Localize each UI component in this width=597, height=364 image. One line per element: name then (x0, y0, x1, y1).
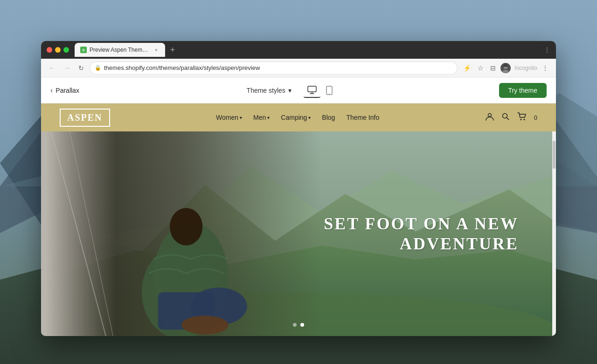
hero-section: SET FOOT ON A NEW ADVENTURE (41, 131, 556, 336)
nav-camping-chevron: ▾ (308, 115, 311, 120)
close-window-button[interactable] (47, 47, 52, 53)
hero-title: SET FOOT ON A NEW ADVENTURE (324, 213, 519, 254)
forward-button[interactable]: → (62, 62, 73, 74)
tab-favicon: S (80, 47, 87, 53)
nav-men-chevron: ▾ (267, 115, 270, 120)
scroll-bar[interactable] (552, 131, 556, 336)
chrome-window-controls: ⋮ (544, 46, 550, 54)
svg-rect-11 (504, 64, 507, 66)
chrome-menu-icon[interactable]: ⋮ (540, 62, 550, 74)
editor-center-controls: Theme styles ▾ (79, 83, 499, 98)
incognito-label: Incognito (514, 65, 537, 71)
tab-bar: S Preview Aspen Theme - Parall... × + (75, 43, 544, 57)
chrome-more-icon[interactable]: ⋮ (544, 46, 550, 54)
store-logo: ASPEN (60, 109, 110, 127)
svg-point-17 (520, 119, 521, 120)
back-arrow-icon: ‹ (50, 86, 53, 95)
chrome-titlebar: S Preview Aspen Theme - Parall... × + ⋮ (41, 41, 556, 59)
nav-women[interactable]: Women ▾ (216, 114, 242, 121)
cart-icon[interactable] (517, 112, 527, 123)
tab-close-button[interactable]: × (153, 47, 160, 53)
svg-rect-12 (308, 86, 316, 92)
hero-title-line1: SET FOOT ON A NEW (324, 213, 519, 234)
nav-men[interactable]: Men ▾ (253, 114, 270, 121)
nav-icons: ⚡ ☆ ⊟ Incognito ⋮ (461, 62, 550, 74)
search-icon[interactable] (501, 112, 510, 123)
nav-theme-info-label: Theme Info (346, 114, 379, 121)
tab-title: Preview Aspen Theme - Parall... (90, 47, 150, 53)
svg-point-18 (523, 119, 525, 120)
device-toggle-group (304, 83, 336, 98)
theme-styles-button[interactable]: Theme styles ▾ (242, 84, 296, 97)
theme-editor-bar: ‹ Parallax Theme styles ▾ (41, 77, 556, 103)
carousel-dots (293, 323, 304, 327)
splitscreen-icon[interactable]: ⊟ (488, 62, 498, 74)
nav-camping[interactable]: Camping ▾ (281, 114, 311, 121)
store-preview: ASPEN Women ▾ Men ▾ Camping ▾ Blog (41, 103, 556, 336)
scroll-thumb[interactable] (553, 141, 555, 169)
desktop-view-button[interactable] (304, 83, 320, 98)
nav-camping-label: Camping (281, 114, 307, 121)
mobile-view-button[interactable] (322, 83, 336, 98)
store-navigation: Women ▾ Men ▾ Camping ▾ Blog Theme Info (216, 114, 379, 121)
minimize-window-button[interactable] (55, 47, 61, 53)
nav-women-label: Women (216, 114, 238, 121)
store-action-icons: 0 (486, 112, 537, 123)
new-tab-button[interactable]: + (167, 44, 178, 55)
svg-point-35 (181, 316, 228, 334)
carousel-dot-2[interactable] (300, 323, 304, 327)
nav-blog-label: Blog (322, 114, 335, 121)
back-to-themes-button[interactable]: ‹ Parallax (50, 86, 79, 95)
url-text: themes.shopify.com/themes/parallax/style… (104, 64, 452, 71)
profile-avatar[interactable] (500, 63, 511, 73)
bookmark-icon[interactable]: ☆ (476, 62, 486, 74)
active-tab[interactable]: S Preview Aspen Theme - Parall... × (75, 43, 165, 57)
lock-icon: 🔒 (95, 65, 101, 71)
svg-point-14 (329, 93, 330, 94)
nav-women-chevron: ▾ (240, 115, 242, 120)
svg-rect-29 (41, 131, 45, 336)
hero-text: SET FOOT ON A NEW ADVENTURE (324, 213, 519, 254)
theme-styles-label: Theme styles (247, 87, 285, 94)
nav-blog[interactable]: Blog (322, 114, 335, 121)
nav-men-label: Men (253, 114, 266, 121)
address-bar[interactable]: 🔒 themes.shopify.com/themes/parallax/sty… (90, 62, 458, 75)
maximize-window-button[interactable] (63, 47, 69, 53)
refresh-button[interactable]: ↻ (76, 62, 86, 74)
browser-window: S Preview Aspen Theme - Parall... × + ⋮ … (41, 41, 556, 336)
theme-styles-chevron: ▾ (288, 87, 292, 94)
traffic-lights (47, 47, 69, 53)
user-account-icon[interactable] (486, 112, 494, 123)
cart-count: 0 (534, 114, 537, 121)
try-theme-button[interactable]: Try theme (499, 83, 547, 98)
hero-title-line2: ADVENTURE (324, 234, 519, 254)
extensions-icon[interactable]: ⚡ (461, 62, 473, 74)
theme-name-label: Parallax (56, 87, 79, 94)
store-header: ASPEN Women ▾ Men ▾ Camping ▾ Blog (41, 103, 556, 131)
carousel-dot-1[interactable] (293, 323, 297, 327)
nav-theme-info[interactable]: Theme Info (346, 114, 379, 121)
chrome-navbar: ← → ↻ 🔒 themes.shopify.com/themes/parall… (41, 59, 556, 77)
svg-point-31 (170, 208, 202, 245)
svg-point-15 (488, 114, 491, 117)
back-button[interactable]: ← (47, 62, 58, 74)
